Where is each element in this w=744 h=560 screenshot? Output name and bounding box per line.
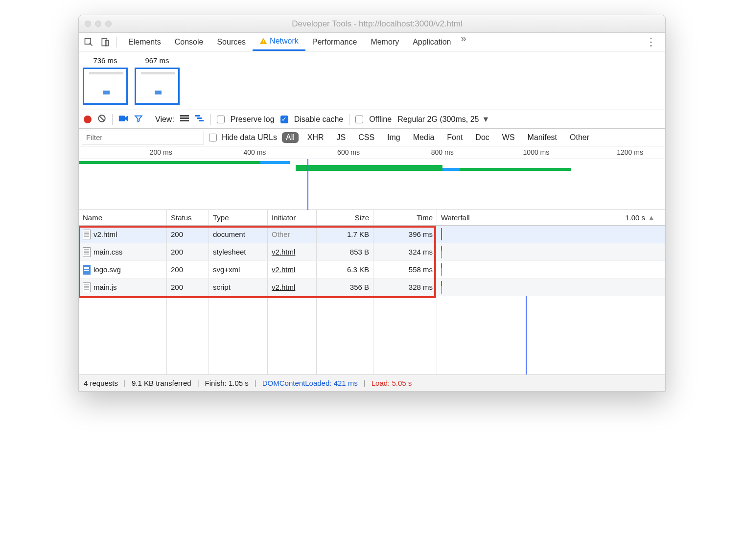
filter-type-manifest[interactable]: Manifest <box>524 132 561 143</box>
svg-rect-8 <box>180 117 189 119</box>
tab-network[interactable]: Network <box>253 33 305 51</box>
status-requests: 4 requests <box>84 379 118 387</box>
tab-memory[interactable]: Memory <box>364 33 406 51</box>
status-finish: Finish: 1.05 s <box>205 379 249 387</box>
disable-cache-label: Disable cache <box>294 115 344 124</box>
filmstrip-thumbnail[interactable] <box>135 68 180 105</box>
filter-input[interactable] <box>82 131 204 144</box>
overview-timeline[interactable]: 200 ms 400 ms 600 ms 800 ms 1000 ms 1200… <box>79 146 665 210</box>
svg-rect-11 <box>197 117 202 119</box>
status-bar: 4 requests | 9.1 KB transferred | Finish… <box>79 374 665 391</box>
initiator-cell: Other <box>272 230 290 238</box>
divider <box>149 114 149 125</box>
filter-type-js[interactable]: JS <box>333 132 350 143</box>
filter-bar: Hide data URLs All XHR JS CSS Img Media … <box>79 129 665 146</box>
filter-type-font[interactable]: Font <box>443 132 466 143</box>
col-type[interactable]: Type <box>209 210 268 225</box>
svg-rect-1 <box>102 38 107 46</box>
filter-type-xhr[interactable]: XHR <box>303 132 328 143</box>
waterfall-scale: 1.00 s <box>625 213 645 222</box>
filter-type-img[interactable]: Img <box>383 132 404 143</box>
view-label: View: <box>155 115 174 124</box>
status-load: Load: 5.05 s <box>372 379 412 387</box>
large-rows-icon[interactable] <box>180 115 189 124</box>
close-icon[interactable] <box>85 21 91 27</box>
offline-label: Offline <box>369 115 392 124</box>
svg-rect-6 <box>119 116 125 121</box>
divider <box>210 114 211 125</box>
filmstrip-frame[interactable]: 967 ms <box>135 56 180 105</box>
filter-type-doc[interactable]: Doc <box>471 132 493 143</box>
tab-sources[interactable]: Sources <box>210 33 253 51</box>
overview-body <box>79 159 665 210</box>
filter-type-media[interactable]: Media <box>409 132 439 143</box>
device-toggle-icon[interactable] <box>99 36 111 48</box>
filter-type-css[interactable]: CSS <box>354 132 378 143</box>
document-icon <box>83 282 91 292</box>
settings-menu-icon[interactable]: ⋮ <box>641 36 661 48</box>
col-status[interactable]: Status <box>167 210 209 225</box>
preserve-log-checkbox[interactable] <box>217 116 225 123</box>
divider <box>349 114 349 125</box>
request-row[interactable]: main.js 200 script v2.html 356 B 328 ms <box>79 279 665 296</box>
waterfall-view-icon[interactable] <box>195 115 205 124</box>
col-initiator[interactable]: Initiator <box>268 210 317 225</box>
filmstrip-time-label: 967 ms <box>145 56 169 65</box>
request-row[interactable]: v2.html 200 document Other 1.7 KB 396 ms <box>79 226 665 243</box>
more-tabs-icon[interactable]: » <box>458 33 469 51</box>
clear-button[interactable] <box>97 114 106 125</box>
table-empty-area <box>79 296 665 374</box>
filter-icon[interactable] <box>134 114 143 125</box>
status-transferred: 9.1 KB transferred <box>132 379 191 387</box>
tab-console[interactable]: Console <box>168 33 210 51</box>
svg-rect-12 <box>199 120 204 121</box>
status-domcontentloaded: DOMContentLoaded: 421 ms <box>262 379 358 387</box>
initiator-link[interactable]: v2.html <box>272 265 295 274</box>
overview-ruler: 200 ms 400 ms 600 ms 800 ms 1000 ms 1200… <box>79 146 665 159</box>
offline-checkbox[interactable] <box>355 116 363 123</box>
col-name[interactable]: Name <box>79 210 167 225</box>
devtools-window: Developer Tools - http://localhost:3000/… <box>78 15 666 392</box>
requests-table-header: Name Status Type Initiator Size Time Wat… <box>79 210 665 226</box>
filmstrip-frame[interactable]: 736 ms <box>83 56 128 105</box>
filmstrip-thumbnail[interactable] <box>83 68 128 105</box>
request-row[interactable]: main.css 200 stylesheet v2.html 853 B 32… <box>79 243 665 261</box>
divider <box>116 37 116 47</box>
col-time[interactable]: Time <box>373 210 437 225</box>
camera-icon[interactable] <box>118 115 128 124</box>
filmstrip-time-label: 736 ms <box>93 56 117 65</box>
svg-rect-3 <box>263 40 263 42</box>
preserve-log-label: Preserve log <box>231 115 275 124</box>
hide-data-urls-label: Hide data URLs <box>222 133 277 142</box>
warning-icon <box>259 37 267 45</box>
hide-data-urls-checkbox[interactable] <box>209 134 217 141</box>
filter-type-other[interactable]: Other <box>566 132 593 143</box>
requests-table-body: v2.html 200 document Other 1.7 KB 396 ms… <box>79 226 665 374</box>
divider <box>112 114 113 125</box>
record-button[interactable] <box>84 116 92 123</box>
svg-rect-9 <box>180 120 189 121</box>
window-title: Developer Tools - http://localhost:3000/… <box>95 19 659 29</box>
col-waterfall[interactable]: Waterfall 1.00 s ▲ <box>437 210 665 225</box>
filter-type-all[interactable]: All <box>282 132 299 143</box>
dropdown-caret-icon: ▼ <box>482 115 489 124</box>
inspect-element-icon[interactable] <box>83 36 94 48</box>
filter-type-ws[interactable]: WS <box>498 132 519 143</box>
filmstrip: 736 ms 967 ms <box>79 51 665 110</box>
svg-rect-10 <box>195 115 200 117</box>
initiator-link[interactable]: v2.html <box>272 248 295 256</box>
svg-rect-4 <box>263 43 263 43</box>
main-toolbar: Elements Console Sources Network Perform… <box>79 33 665 51</box>
document-icon <box>83 230 91 239</box>
throttling-select[interactable]: Regular 2G (300ms, 25 ▼ <box>397 115 660 124</box>
svg-rect-7 <box>180 115 189 117</box>
col-size[interactable]: Size <box>317 210 373 225</box>
image-icon <box>83 265 91 275</box>
tab-performance[interactable]: Performance <box>305 33 364 51</box>
request-row[interactable]: logo.svg 200 svg+xml v2.html 6.3 KB 558 … <box>79 261 665 279</box>
disable-cache-checkbox[interactable]: ✓ <box>280 116 288 123</box>
document-icon <box>83 247 91 257</box>
tab-application[interactable]: Application <box>406 33 458 51</box>
tab-elements[interactable]: Elements <box>121 33 168 51</box>
initiator-link[interactable]: v2.html <box>272 283 295 291</box>
